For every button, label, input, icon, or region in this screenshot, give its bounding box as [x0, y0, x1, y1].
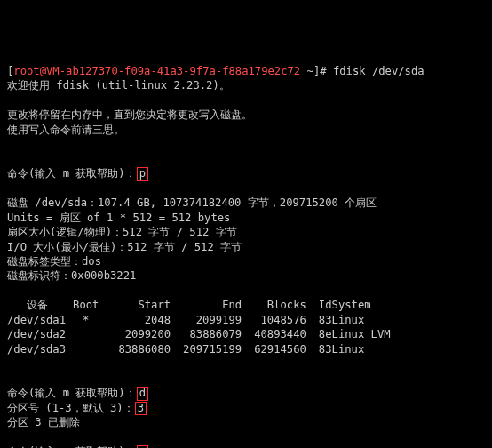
command-typed[interactable]: fdisk /dev/sda [333, 65, 425, 77]
output-warn2: 使用写入命令前请三思。 [7, 124, 124, 136]
cell: /dev/sda3 [7, 342, 73, 356]
part-label: 分区号 (1-3，默认 3)： [7, 402, 134, 414]
cell [73, 327, 106, 341]
cell: 2048 [106, 313, 171, 327]
cell: Linux [332, 342, 398, 356]
cell: 40893440 [242, 327, 306, 341]
cwd: ~ [300, 65, 313, 77]
label-info: 磁盘标签类型：dos [7, 255, 101, 268]
cell: Linux [332, 313, 398, 327]
disk-info: 磁盘 /dev/sda：107.4 GB, 107374182400 字节，20… [7, 196, 377, 209]
cell: 83886080 [106, 342, 171, 356]
io-info: I/O 大小(最小/最佳)：512 字节 / 512 字节 [7, 241, 242, 253]
cell: 8e [306, 327, 332, 341]
output-welcome: 欢迎使用 fdisk (util-linux 2.23.2)。 [7, 79, 230, 92]
ident-info: 磁盘标识符：0x000b3221 [7, 269, 136, 282]
output-warn1: 更改将停留在内存中，直到您决定将更改写入磁盘。 [7, 108, 252, 121]
table-row: /dev/sda2 2099200 83886079 40893440 8e L… [7, 327, 398, 341]
cell: /dev/sda2 [7, 327, 73, 341]
col-device: 设备 [7, 298, 73, 312]
cell [73, 342, 106, 356]
sector-info: 扇区大小(逻辑/物理)：512 字节 / 512 字节 [7, 226, 237, 238]
col-end: End [171, 298, 242, 312]
table-row: /dev/sda3 83886080 209715199 62914560 83… [7, 342, 398, 356]
col-id: Id [306, 298, 332, 312]
deleted-msg: 分区 3 已删除 [7, 416, 80, 428]
input-partnum[interactable]: 3 [135, 402, 147, 415]
col-start: Start [106, 298, 171, 312]
cmd-help-label: 命令(输入 m 获取帮助)： [7, 387, 136, 399]
table-row: /dev/sda1 * 2048 2099199 1048576 83 Linu… [7, 313, 398, 327]
cell: 2099199 [171, 313, 242, 327]
partition-table: 设备 Boot Start End Blocks Id System /dev/… [7, 298, 398, 356]
cell: 1048576 [242, 313, 306, 327]
units-info: Units = 扇区 of 1 * 512 = 512 bytes [7, 212, 230, 224]
cell: Linux LVM [332, 327, 398, 341]
cell: * [73, 313, 106, 327]
bracket-close: ]# [313, 65, 333, 77]
cell: 209715199 [171, 342, 242, 356]
cell: 2099200 [106, 327, 171, 341]
cmd-prompt-p: 命令(输入 m 获取帮助)：p [7, 167, 148, 180]
cell: 83886079 [171, 327, 242, 341]
user-host: root@VM-ab127370-f09a-41a3-9f7a-f88a179e… [13, 65, 300, 77]
cell: 62914560 [242, 342, 306, 356]
prompt-line: [root@VM-ab127370-f09a-41a3-9f7a-f88a179… [7, 65, 425, 77]
cell: /dev/sda1 [7, 313, 73, 327]
col-boot: Boot [73, 298, 106, 312]
cell: 83 [306, 313, 332, 327]
col-blocks: Blocks [242, 298, 306, 312]
cell: 83 [306, 342, 332, 356]
col-system: System [332, 298, 398, 312]
cmd-prompt-d: 命令(输入 m 获取帮助)：d [7, 387, 148, 399]
cmd-help-label: 命令(输入 m 获取帮助)： [7, 167, 136, 180]
table-header: 设备 Boot Start End Blocks Id System [7, 298, 398, 312]
partition-select: 分区号 (1-3，默认 3)：3 [7, 402, 147, 414]
input-d[interactable]: d [137, 387, 148, 400]
input-p[interactable]: p [137, 167, 148, 180]
